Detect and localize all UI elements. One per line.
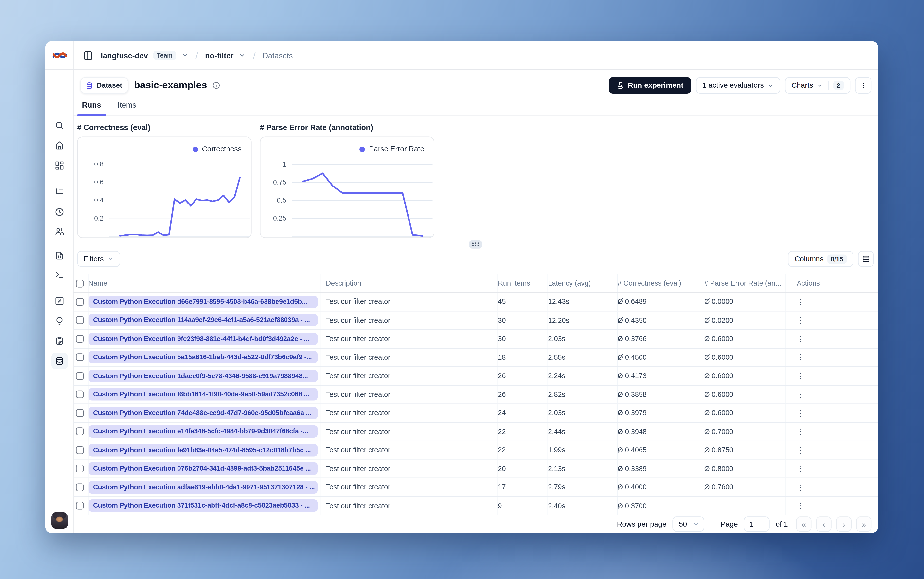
column-header[interactable]: Run Items bbox=[498, 275, 548, 292]
row-actions-kebab-icon[interactable]: ⋮ bbox=[797, 372, 804, 379]
chevron-down-icon[interactable] bbox=[182, 52, 188, 59]
row-actions-kebab-icon[interactable]: ⋮ bbox=[797, 409, 804, 417]
row-checkbox[interactable] bbox=[73, 460, 88, 478]
prev-page-button[interactable]: ‹ bbox=[816, 517, 832, 532]
row-checkbox[interactable] bbox=[73, 385, 88, 403]
run-name-link[interactable]: Custom Python Execution 5a15a616-1bab-44… bbox=[88, 351, 318, 363]
row-checkbox[interactable] bbox=[73, 348, 88, 366]
row-checkbox[interactable] bbox=[73, 311, 88, 329]
avatar[interactable] bbox=[51, 512, 67, 529]
run-description: Test our filter creator bbox=[321, 311, 498, 329]
row-checkbox[interactable] bbox=[73, 441, 88, 459]
run-name-link[interactable]: Custom Python Execution 74de488e-ec9d-47… bbox=[88, 407, 318, 419]
row-checkbox[interactable] bbox=[73, 330, 88, 348]
active-evaluators-button[interactable]: 1 active evaluators bbox=[696, 77, 780, 93]
column-header[interactable]: Description bbox=[321, 275, 498, 292]
page-title: basic-examples bbox=[134, 80, 207, 92]
run-items-value: 26 bbox=[498, 385, 548, 403]
row-checkbox[interactable] bbox=[73, 367, 88, 385]
breadcrumb-section[interactable]: Datasets bbox=[262, 51, 293, 60]
sessions-icon[interactable] bbox=[51, 204, 67, 220]
row-height-button[interactable] bbox=[858, 251, 874, 267]
latency-value: 12.20s bbox=[548, 311, 618, 329]
annotation-icon[interactable] bbox=[51, 333, 67, 349]
correctness-value: Ø 0.3766 bbox=[618, 330, 704, 348]
run-description: Test our filter creator bbox=[321, 404, 498, 422]
insights-icon[interactable] bbox=[51, 312, 67, 329]
column-header[interactable]: # Parse Error Rate (an... bbox=[704, 275, 786, 292]
sidebar-toggle-icon[interactable] bbox=[80, 48, 95, 63]
breadcrumb-org[interactable]: langfuse-dev bbox=[101, 51, 148, 60]
page-number-input[interactable] bbox=[744, 517, 770, 532]
column-header[interactable]: # Correctness (eval) bbox=[618, 275, 704, 292]
row-actions-kebab-icon[interactable]: ⋮ bbox=[797, 446, 804, 454]
row-actions-kebab-icon[interactable]: ⋮ bbox=[797, 316, 804, 324]
next-page-button[interactable]: › bbox=[836, 517, 852, 532]
run-name-link[interactable]: Custom Python Execution 1daec0f9-5e78-43… bbox=[88, 370, 318, 382]
first-page-button[interactable]: « bbox=[796, 517, 811, 532]
correctness-value: Ø 0.4350 bbox=[618, 311, 704, 329]
correctness-value: Ø 0.4000 bbox=[618, 478, 704, 496]
evaluation-icon[interactable] bbox=[51, 293, 67, 309]
row-checkbox[interactable] bbox=[73, 497, 88, 515]
column-header[interactable]: Latency (avg) bbox=[548, 275, 618, 292]
breadcrumb-project[interactable]: no-filter bbox=[205, 51, 234, 60]
run-experiment-button[interactable]: Run experiment bbox=[609, 77, 691, 93]
chart-title: # Parse Error Rate (annotation) bbox=[260, 123, 434, 132]
row-checkbox[interactable] bbox=[73, 478, 88, 496]
users-icon[interactable] bbox=[51, 223, 67, 240]
chevrons-right-icon: » bbox=[862, 520, 866, 528]
row-checkbox[interactable] bbox=[73, 422, 88, 440]
more-actions-kebab-button[interactable] bbox=[855, 77, 872, 93]
chevron-down-icon[interactable] bbox=[239, 52, 246, 59]
run-name-link[interactable]: Custom Python Execution adfae619-abb0-4d… bbox=[88, 481, 318, 493]
run-name-link[interactable]: Custom Python Execution d66e7991-8595-45… bbox=[88, 295, 318, 308]
row-checkbox[interactable] bbox=[73, 293, 88, 311]
last-page-button[interactable]: » bbox=[856, 517, 872, 532]
column-header[interactable]: Name bbox=[88, 275, 321, 292]
row-actions-kebab-icon[interactable]: ⋮ bbox=[797, 353, 804, 361]
playground-icon[interactable] bbox=[51, 267, 67, 283]
tab-items[interactable]: Items bbox=[116, 101, 138, 116]
filters-button[interactable]: Filters bbox=[77, 251, 120, 267]
run-name-link[interactable]: Custom Python Execution f6bb1614-1f90-40… bbox=[88, 388, 318, 401]
database-icon bbox=[85, 82, 93, 89]
run-name-link[interactable]: Custom Python Execution fe91b83e-04a5-47… bbox=[88, 444, 318, 456]
support-icon[interactable] bbox=[51, 529, 67, 533]
parse-error-value: Ø 0.7600 bbox=[704, 478, 786, 496]
tab-runs[interactable]: Runs bbox=[80, 101, 102, 116]
chart-title: # Correctness (eval) bbox=[77, 123, 252, 132]
charts-button[interactable]: Charts 2 bbox=[785, 77, 850, 93]
prompts-icon[interactable] bbox=[51, 247, 67, 264]
resize-drag-handle-icon[interactable] bbox=[469, 240, 482, 248]
sidebar bbox=[45, 41, 74, 533]
info-icon[interactable] bbox=[212, 81, 220, 90]
datasets-icon[interactable] bbox=[51, 353, 67, 369]
row-actions-kebab-icon[interactable]: ⋮ bbox=[797, 465, 804, 473]
row-actions-kebab-icon[interactable]: ⋮ bbox=[797, 335, 804, 342]
run-name-link[interactable]: Custom Python Execution 114aa9ef-29e6-4e… bbox=[88, 314, 318, 327]
rows-per-page-select[interactable]: 50 bbox=[672, 517, 704, 532]
row-actions-kebab-icon[interactable]: ⋮ bbox=[797, 483, 804, 491]
langfuse-logo[interactable] bbox=[45, 41, 73, 70]
home-icon[interactable] bbox=[51, 137, 67, 154]
parse-error-value bbox=[704, 497, 786, 515]
select-all-checkbox[interactable] bbox=[73, 275, 88, 292]
correctness-value: Ø 0.4173 bbox=[618, 367, 704, 385]
search-icon[interactable] bbox=[51, 117, 67, 134]
row-actions-kebab-icon[interactable]: ⋮ bbox=[797, 298, 804, 306]
column-header[interactable]: Actions bbox=[786, 275, 878, 292]
run-name-link[interactable]: Custom Python Execution e14fa348-5cfc-49… bbox=[88, 425, 318, 438]
run-description: Test our filter creator bbox=[321, 497, 498, 515]
run-name-link[interactable]: Custom Python Execution 371f531c-abff-4d… bbox=[88, 500, 318, 512]
row-actions-kebab-icon[interactable]: ⋮ bbox=[797, 502, 804, 510]
run-name-link[interactable]: Custom Python Execution 9fe23f98-881e-44… bbox=[88, 333, 318, 345]
row-checkbox[interactable] bbox=[73, 404, 88, 422]
row-actions-kebab-icon[interactable]: ⋮ bbox=[797, 428, 804, 435]
dashboard-icon[interactable] bbox=[51, 157, 67, 174]
tracing-icon[interactable] bbox=[51, 184, 67, 200]
chevrons-left-icon: « bbox=[802, 520, 806, 528]
columns-button[interactable]: Columns 8/15 bbox=[788, 251, 853, 267]
row-actions-kebab-icon[interactable]: ⋮ bbox=[797, 391, 804, 398]
run-name-link[interactable]: Custom Python Execution 076b2704-341d-48… bbox=[88, 463, 318, 475]
